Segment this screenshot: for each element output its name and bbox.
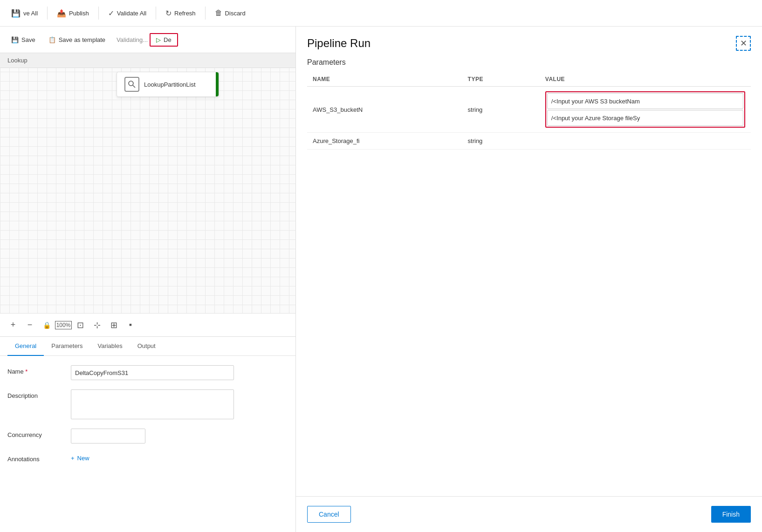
publish-button[interactable]: 📤 Publish <box>51 6 95 20</box>
close-dialog-button[interactable]: ✕ <box>736 36 751 51</box>
param-value-cell-0 <box>540 87 751 133</box>
group-icon: ▪ <box>129 320 132 330</box>
tab-variables[interactable]: Variables <box>90 337 130 356</box>
toolbar-separator-1 <box>47 7 48 20</box>
dialog-title: Pipeline Run <box>307 37 371 50</box>
tab-general[interactable]: General <box>7 337 44 356</box>
value-input-row-1 <box>547 110 743 126</box>
select-button[interactable]: ⊹ <box>89 318 104 333</box>
zoom-out-button[interactable]: − <box>22 318 37 333</box>
parameters-section-title: Parameters <box>296 51 762 72</box>
activity-node-lookup[interactable]: LookupPartitionList <box>117 72 219 97</box>
finish-button[interactable]: Finish <box>711 506 751 523</box>
svg-line-1 <box>133 85 135 88</box>
table-row: Azure_Storage_fi string <box>307 133 751 150</box>
param-type-1: string <box>462 133 540 150</box>
fit-icon: 100% <box>55 321 72 329</box>
plus-icon: + <box>71 455 75 462</box>
concurrency-input[interactable] <box>71 429 145 443</box>
prop-row-description: Description <box>7 389 288 419</box>
layout-button[interactable]: ⊞ <box>106 318 121 333</box>
layout-icon: ⊞ <box>110 320 117 330</box>
tabs-bar: General Parameters Variables Output <box>0 337 295 356</box>
prop-row-annotations: Annotations + New <box>7 453 288 464</box>
dialog-header: Pipeline Run ✕ <box>296 27 762 51</box>
lock-button[interactable]: 🔒 <box>39 318 54 333</box>
lock-icon: 🔒 <box>43 321 51 329</box>
main-content: 💾 Save 📋 Save as template Validating... … <box>0 27 762 532</box>
canvas-area: Lookup LookupPartitionList <box>0 53 295 313</box>
zoom-in-button[interactable]: + <box>6 318 21 333</box>
svg-point-0 <box>129 81 133 86</box>
node-name: LookupPartitionList <box>144 81 196 88</box>
prop-row-name: Name * <box>7 365 288 380</box>
select-icon: ⊹ <box>94 320 101 330</box>
fit-button[interactable]: 100% <box>56 318 71 333</box>
param-value-input-1[interactable] <box>547 110 743 126</box>
group-button[interactable]: ▪ <box>123 318 138 333</box>
refresh-button[interactable]: ↻ Refresh <box>160 6 201 20</box>
template-icon: 📋 <box>48 36 56 43</box>
validate-all-button[interactable]: ✓ Validate All <box>103 6 152 20</box>
secondary-toolbar: 💾 Save 📋 Save as template Validating... … <box>0 27 295 53</box>
name-input[interactable] <box>71 365 234 380</box>
param-name-0: AWS_S3_bucketN <box>307 87 462 133</box>
description-label: Description <box>7 389 63 399</box>
save-all-icon: 💾 <box>11 9 21 18</box>
prop-row-concurrency: Concurrency <box>7 429 288 443</box>
refresh-icon: ↻ <box>165 9 172 18</box>
pipeline-run-dialog: Pipeline Run ✕ Parameters NAME TYPE VALU… <box>296 27 762 532</box>
zoom-out-icon: − <box>27 320 33 330</box>
name-label: Name * <box>7 365 63 375</box>
description-input[interactable] <box>71 389 234 419</box>
tab-parameters[interactable]: Parameters <box>44 337 90 356</box>
cancel-button[interactable]: Cancel <box>307 506 351 523</box>
zoom-fit-button[interactable]: ⊡ <box>73 318 88 333</box>
value-inputs-highlighted <box>545 91 745 128</box>
node-lookup-icon <box>124 77 139 92</box>
canvas-toolbar: + − 🔒 100% ⊡ ⊹ ⊞ <box>0 313 295 336</box>
dialog-spacer <box>296 150 762 496</box>
toolbar-separator-2 <box>98 7 99 20</box>
save-as-template-button[interactable]: 📋 Save as template <box>43 34 111 46</box>
lookup-header: Lookup <box>0 53 295 68</box>
concurrency-label: Concurrency <box>7 429 63 438</box>
zoom-in-icon: + <box>11 320 16 330</box>
parameters-table: NAME TYPE VALUE AWS_S3_bucketN string <box>307 72 751 150</box>
close-icon: ✕ <box>740 38 747 48</box>
discard-icon: 🗑 <box>215 9 222 17</box>
validating-text: Validating... <box>117 36 148 43</box>
left-panel: 💾 Save 📋 Save as template Validating... … <box>0 27 296 532</box>
dialog-footer: Cancel Finish <box>296 496 762 532</box>
required-indicator: * <box>25 368 27 375</box>
col-header-value: VALUE <box>540 72 751 87</box>
toolbar-separator-4 <box>205 7 206 20</box>
table-row: AWS_S3_bucketN string <box>307 87 751 133</box>
publish-icon: 📤 <box>57 9 66 18</box>
debug-button[interactable]: ▷ De <box>150 33 178 47</box>
discard-button[interactable]: 🗑 Discard <box>209 6 251 20</box>
save-button[interactable]: 💾 Save <box>6 34 41 46</box>
param-name-1: Azure_Storage_fi <box>307 133 462 150</box>
param-value-cell-1 <box>540 133 751 150</box>
value-input-row-0 <box>547 93 743 109</box>
node-label: LookupPartitionList <box>144 81 196 88</box>
properties-content: Name * Description Concurrency <box>0 356 295 482</box>
zoom-fit-icon: ⊡ <box>77 320 84 330</box>
save-all-button[interactable]: 💾 ve All <box>6 6 43 20</box>
bottom-panel: General Parameters Variables Output <box>0 336 295 532</box>
debug-run-icon: ▷ <box>156 36 161 43</box>
annotations-label: Annotations <box>7 453 63 463</box>
add-annotation-button[interactable]: + New <box>71 453 89 464</box>
param-value-input-0[interactable] <box>547 93 743 109</box>
validate-all-icon: ✓ <box>108 9 114 18</box>
top-toolbar: 💾 ve All 📤 Publish ✓ Validate All ↻ Refr… <box>0 0 762 27</box>
tab-output[interactable]: Output <box>130 337 163 356</box>
col-header-type: TYPE <box>462 72 540 87</box>
param-type-0: string <box>462 87 540 133</box>
toolbar-separator-3 <box>156 7 156 20</box>
node-status-bar <box>216 72 219 96</box>
col-header-name: NAME <box>307 72 462 87</box>
save-icon: 💾 <box>11 36 19 43</box>
